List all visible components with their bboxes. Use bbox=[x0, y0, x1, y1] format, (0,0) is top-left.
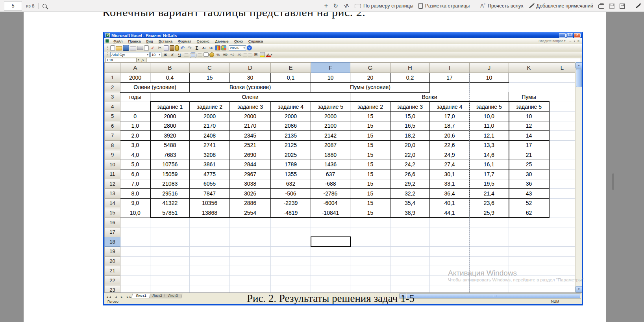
cell[interactable]: Волки (условие) bbox=[190, 82, 311, 92]
cell[interactable] bbox=[311, 285, 350, 293]
cell[interactable] bbox=[390, 237, 430, 247]
cell[interactable] bbox=[311, 227, 350, 237]
font-size-select[interactable]: 10 ▾ bbox=[150, 52, 161, 57]
cell[interactable] bbox=[549, 121, 576, 131]
cell[interactable]: Пумы (условие) bbox=[311, 82, 430, 92]
cell[interactable]: задание 4 bbox=[271, 102, 311, 112]
cell[interactable]: 10756 bbox=[150, 160, 190, 169]
underline-button[interactable]: Ч bbox=[176, 52, 183, 58]
cell[interactable]: 0,4 bbox=[150, 73, 190, 83]
row-header-15[interactable]: 15 bbox=[105, 208, 120, 218]
cell[interactable] bbox=[549, 285, 576, 293]
cell[interactable]: 40,1 bbox=[430, 198, 470, 208]
cell[interactable]: 632 bbox=[271, 179, 311, 189]
cell[interactable] bbox=[549, 266, 576, 276]
cell[interactable]: 3861 bbox=[190, 160, 230, 169]
select-all-corner[interactable] bbox=[105, 63, 120, 73]
cell[interactable] bbox=[549, 82, 576, 92]
ask-question-box[interactable]: Введите вопрос ▾ bbox=[539, 39, 565, 43]
cell[interactable]: 21 bbox=[509, 150, 549, 160]
cell[interactable]: 5,0 bbox=[120, 160, 150, 169]
cell[interactable] bbox=[509, 218, 549, 227]
cell[interactable] bbox=[549, 179, 576, 189]
chevron-down-icon[interactable]: ▾ bbox=[138, 58, 139, 61]
cell[interactable] bbox=[430, 218, 470, 227]
cell[interactable] bbox=[311, 266, 350, 276]
search-icon[interactable] bbox=[43, 4, 47, 8]
cell[interactable]: 30,1 bbox=[430, 169, 470, 179]
cell[interactable] bbox=[549, 237, 576, 247]
page-layout-button[interactable]: Разметка страницы bbox=[418, 3, 470, 9]
cell[interactable]: 10,0 bbox=[470, 112, 509, 121]
cell[interactable]: -4819 bbox=[271, 208, 311, 218]
cell[interactable]: 15,0 bbox=[390, 112, 430, 121]
menu-item[interactable]: Вставка bbox=[156, 39, 175, 43]
cell[interactable] bbox=[350, 266, 390, 276]
cell[interactable]: 2967 bbox=[230, 169, 271, 179]
cell[interactable] bbox=[350, 237, 390, 247]
cell[interactable]: 14,6 bbox=[470, 150, 509, 160]
cell[interactable]: Олени (условие) bbox=[120, 82, 190, 92]
cell[interactable] bbox=[120, 285, 150, 293]
cell[interactable]: 15 bbox=[350, 169, 390, 179]
cell[interactable]: 10 bbox=[311, 73, 350, 83]
cell[interactable]: 15 bbox=[350, 112, 390, 121]
borders-button[interactable]: ⊞ bbox=[253, 52, 259, 58]
increase-indent-button[interactable] bbox=[248, 54, 252, 57]
drawing-icon[interactable] bbox=[221, 45, 226, 50]
cell[interactable]: 6,0 bbox=[120, 169, 150, 179]
row-header-9[interactable]: 9 bbox=[105, 150, 120, 160]
chart-wizard-icon[interactable] bbox=[215, 45, 220, 50]
print-preview-icon[interactable] bbox=[144, 45, 149, 51]
cell[interactable] bbox=[549, 150, 576, 160]
cell[interactable]: -6004 bbox=[311, 198, 350, 208]
cell[interactable]: 15 bbox=[350, 131, 390, 141]
cell[interactable]: 2741 bbox=[190, 140, 230, 150]
cell[interactable]: задание 5 bbox=[470, 102, 509, 112]
cell[interactable]: 2170 bbox=[230, 121, 271, 131]
cell[interactable]: 4775 bbox=[190, 169, 230, 179]
cell[interactable] bbox=[509, 247, 549, 257]
cell[interactable] bbox=[549, 112, 576, 121]
cell[interactable] bbox=[470, 247, 509, 257]
cell[interactable]: 2844 bbox=[230, 160, 271, 169]
vertical-scroll-track[interactable] bbox=[576, 87, 582, 286]
cell[interactable] bbox=[549, 102, 576, 112]
fill-color-button[interactable] bbox=[260, 52, 265, 57]
decrease-indent-button[interactable] bbox=[243, 54, 247, 57]
cell[interactable]: задание 2 bbox=[350, 102, 390, 112]
cell[interactable] bbox=[150, 247, 190, 257]
cell[interactable] bbox=[549, 218, 576, 227]
row-header-1[interactable]: 1 bbox=[105, 73, 120, 83]
cell[interactable]: 25,9 bbox=[470, 208, 509, 218]
cell[interactable]: 43 bbox=[509, 189, 549, 199]
cell[interactable]: 24,9 bbox=[430, 150, 470, 160]
cell[interactable] bbox=[311, 256, 350, 266]
cell[interactable] bbox=[350, 256, 390, 266]
name-box[interactable]: F18 bbox=[105, 58, 137, 62]
cell[interactable] bbox=[230, 256, 271, 266]
cell[interactable] bbox=[390, 256, 430, 266]
cell[interactable]: задание 5 bbox=[311, 102, 350, 112]
row-header-8[interactable]: 8 bbox=[105, 140, 120, 150]
row-header-14[interactable]: 14 bbox=[105, 198, 120, 208]
cell[interactable]: 2,0 bbox=[120, 131, 150, 141]
cell[interactable]: 5488 bbox=[150, 140, 190, 150]
cell[interactable]: 2408 bbox=[190, 131, 230, 141]
menu-item[interactable]: Сервис bbox=[194, 39, 213, 43]
add-notes-button[interactable]: Добавление примечаний bbox=[529, 3, 593, 9]
cell[interactable] bbox=[150, 237, 190, 247]
menu-item[interactable]: Правка bbox=[125, 39, 143, 43]
cell[interactable] bbox=[390, 266, 430, 276]
cell[interactable]: -10841 bbox=[311, 208, 350, 218]
cell[interactable]: 9,0 bbox=[120, 198, 150, 208]
cell[interactable] bbox=[190, 218, 230, 227]
cell[interactable]: 15 bbox=[350, 160, 390, 169]
cell[interactable]: 10356 bbox=[190, 198, 230, 208]
cell[interactable] bbox=[430, 285, 470, 293]
minimize-button[interactable]: _ bbox=[559, 33, 566, 38]
cell[interactable]: 36 bbox=[509, 179, 549, 189]
toolbar-grip[interactable] bbox=[107, 52, 108, 57]
cell[interactable]: 20,0 bbox=[390, 140, 430, 150]
cell[interactable] bbox=[350, 247, 390, 257]
